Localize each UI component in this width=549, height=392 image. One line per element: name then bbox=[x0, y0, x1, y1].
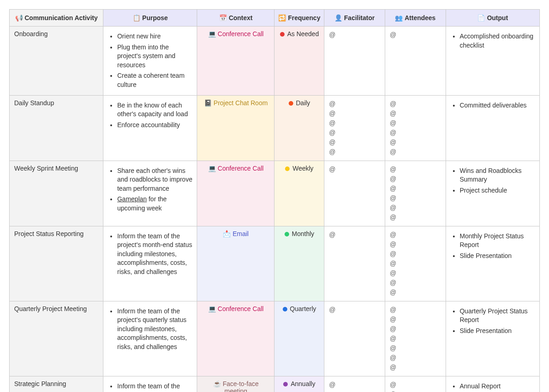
mention-placeholder[interactable]: @ bbox=[390, 315, 441, 324]
context-label: Conference Call bbox=[218, 305, 264, 312]
mention-placeholder[interactable]: @ bbox=[329, 165, 380, 174]
mention-placeholder[interactable]: @ bbox=[329, 109, 380, 118]
cell-attendees: @@@@@@ bbox=[385, 95, 446, 161]
mention-placeholder[interactable]: @ bbox=[390, 334, 441, 344]
mention-placeholder[interactable]: @ bbox=[390, 174, 441, 184]
header-output: 📄Output bbox=[446, 10, 539, 27]
mention-placeholder[interactable]: @ bbox=[390, 324, 441, 334]
mention-placeholder[interactable]: @ bbox=[390, 213, 441, 222]
header-activity: 📢Communication Activity bbox=[10, 10, 103, 27]
mention-placeholder[interactable]: @ bbox=[329, 138, 380, 147]
person-icon: 👤 bbox=[334, 14, 342, 21]
cell-attendees: @@@@@@ bbox=[385, 161, 446, 226]
mention-placeholder[interactable]: @ bbox=[329, 30, 380, 40]
cell-output: Committed deliverables bbox=[446, 95, 539, 161]
header-frequency-label: Frequency bbox=[288, 14, 320, 21]
cell-output: Annual ReportSlide Presentation bbox=[446, 376, 539, 392]
mention-placeholder[interactable]: @ bbox=[390, 288, 441, 297]
cell-context: 💻Conference Call bbox=[197, 161, 274, 226]
purpose-item: Enforce accountability bbox=[117, 121, 192, 130]
cell-attendees: @@@@@@@ bbox=[385, 301, 446, 376]
frequency-label: Daily bbox=[296, 99, 310, 107]
header-attendees: 👥Attendees bbox=[385, 10, 446, 27]
mention-placeholder[interactable]: @ bbox=[390, 344, 441, 353]
purpose-item: Share each other's wins and roadblocks t… bbox=[117, 166, 192, 193]
mention-placeholder[interactable]: @ bbox=[329, 380, 380, 390]
mention-placeholder[interactable]: @ bbox=[390, 380, 441, 390]
header-facilitator: 👤Facilitator bbox=[324, 10, 385, 27]
cell-output: Accomplished onboarding checklist bbox=[446, 27, 539, 96]
table-row: Weekly Sprint MeetingShare each other's … bbox=[10, 161, 540, 226]
cell-attendees: @ bbox=[385, 27, 446, 96]
page-icon: 📄 bbox=[477, 14, 485, 21]
mention-placeholder[interactable]: @ bbox=[390, 363, 441, 372]
output-item: Wins and Roadblocks Summary bbox=[460, 166, 535, 184]
cell-activity: Weekly Sprint Meeting bbox=[10, 161, 103, 226]
mention-placeholder[interactable]: @ bbox=[390, 203, 441, 213]
mention-placeholder[interactable]: @ bbox=[390, 128, 441, 138]
people-icon: 👥 bbox=[395, 14, 403, 21]
header-attendees-label: Attendees bbox=[404, 14, 436, 21]
header-context: 📅Context bbox=[197, 10, 274, 27]
cell-activity: Strategic Planning bbox=[10, 376, 103, 392]
mention-placeholder[interactable]: @ bbox=[390, 278, 441, 288]
cell-output: Wins and Roadblocks SummaryProject sched… bbox=[446, 161, 539, 226]
mention-placeholder[interactable]: @ bbox=[390, 138, 441, 147]
table-row: Project Status ReportingInform the team … bbox=[10, 226, 540, 301]
mention-placeholder[interactable]: @ bbox=[390, 353, 441, 363]
conference-icon: 💻 bbox=[208, 30, 216, 38]
mention-placeholder[interactable]: @ bbox=[329, 230, 380, 240]
mention-placeholder[interactable]: @ bbox=[390, 30, 441, 40]
frequency-dot-icon bbox=[289, 101, 293, 106]
frequency-dot-icon bbox=[285, 232, 289, 236]
cell-facilitator: @ bbox=[324, 27, 385, 96]
mention-placeholder[interactable]: @ bbox=[390, 305, 441, 315]
table-row: Daily StandupBe in the know of each othe… bbox=[10, 95, 540, 161]
mention-placeholder[interactable]: @ bbox=[390, 268, 441, 278]
mention-placeholder[interactable]: @ bbox=[329, 128, 380, 138]
frequency-label: Weekly bbox=[292, 165, 313, 172]
mention-placeholder[interactable]: @ bbox=[329, 147, 380, 157]
cell-purpose: Share each other's wins and roadblocks t… bbox=[103, 161, 197, 226]
context-label: Conference Call bbox=[218, 30, 264, 38]
header-output-label: Output bbox=[487, 14, 508, 21]
frequency-label: Monthly bbox=[292, 230, 314, 237]
table-row: OnboardingOrient new hirePlug them into … bbox=[10, 27, 540, 96]
clipboard-icon: 📋 bbox=[133, 14, 140, 21]
header-purpose-label: Purpose bbox=[142, 14, 168, 21]
email-icon: 📩 bbox=[223, 230, 231, 237]
mention-placeholder[interactable]: @ bbox=[390, 249, 441, 259]
cell-purpose: Be in the know of each other's capacity … bbox=[103, 95, 197, 161]
mention-placeholder[interactable]: @ bbox=[390, 184, 441, 193]
mention-placeholder[interactable]: @ bbox=[329, 118, 380, 128]
cell-activity: Project Status Reporting bbox=[10, 226, 103, 301]
mention-placeholder[interactable]: @ bbox=[390, 240, 441, 249]
cell-frequency: Weekly bbox=[274, 161, 324, 226]
conference-icon: 💻 bbox=[208, 305, 216, 312]
mention-placeholder[interactable]: @ bbox=[390, 99, 441, 109]
mention-placeholder[interactable]: @ bbox=[390, 259, 441, 268]
cell-context: 📓Project Chat Room bbox=[197, 95, 274, 161]
header-row: 📢Communication Activity 📋Purpose 📅Contex… bbox=[10, 10, 540, 27]
mention-placeholder[interactable]: @ bbox=[390, 230, 441, 240]
mention-placeholder[interactable]: @ bbox=[329, 99, 380, 109]
cell-frequency: Daily bbox=[274, 95, 324, 161]
face-icon: ☕ bbox=[213, 380, 221, 387]
cell-output: Monthly Project Status ReportSlide Prese… bbox=[446, 226, 539, 301]
cell-attendees: @@ bbox=[385, 376, 446, 392]
mention-placeholder[interactable]: @ bbox=[390, 109, 441, 118]
mention-placeholder[interactable]: @ bbox=[390, 118, 441, 128]
mention-placeholder[interactable]: @ bbox=[390, 147, 441, 157]
purpose-item: Inform the team of the project's quarter… bbox=[117, 307, 192, 352]
header-frequency: 🔁Frequency bbox=[274, 10, 324, 27]
mention-placeholder[interactable]: @ bbox=[329, 305, 380, 315]
frequency-dot-icon bbox=[283, 382, 288, 387]
mention-placeholder[interactable]: @ bbox=[390, 390, 441, 392]
purpose-item: Gameplan for the upcoming week bbox=[117, 195, 192, 213]
cell-purpose: Inform the team of the project's month-e… bbox=[103, 226, 197, 301]
mention-placeholder[interactable]: @ bbox=[390, 165, 441, 174]
cell-purpose: Orient new hirePlug them into the projec… bbox=[103, 27, 197, 96]
mention-placeholder[interactable]: @ bbox=[390, 193, 441, 203]
communication-plan-table: 📢Communication Activity 📋Purpose 📅Contex… bbox=[9, 9, 540, 392]
header-purpose: 📋Purpose bbox=[103, 10, 197, 27]
